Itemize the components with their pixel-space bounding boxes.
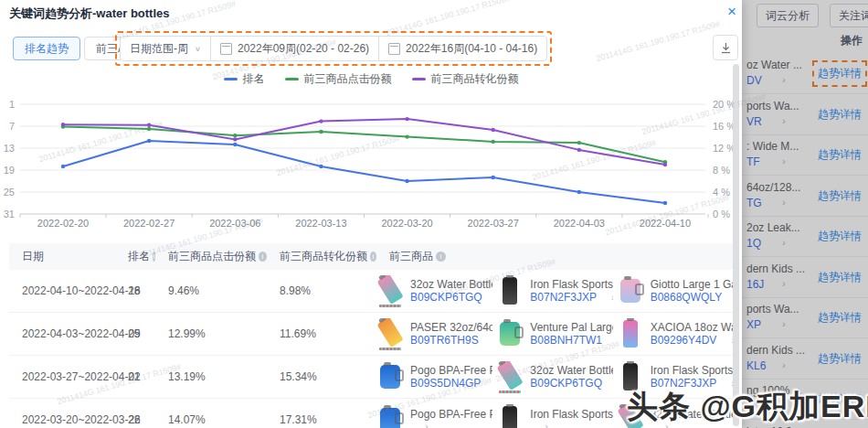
product-image [376, 318, 404, 350]
product-asin-row: B09296Y4DV› [651, 334, 733, 347]
product-info: Pogo BPA-Free Plast...› [410, 408, 492, 428]
svg-text:31: 31 [4, 209, 15, 219]
background-product-name: oz Water ... [746, 59, 802, 71]
background-asin-link[interactable]: DV [746, 74, 762, 87]
close-icon[interactable]: × [724, 4, 740, 20]
click-share-cell: 9.46% [155, 284, 267, 297]
svg-text:2022-04-03: 2022-04-03 [554, 218, 605, 229]
legend-item[interactable]: 排名 [224, 71, 265, 87]
background-asin-link[interactable]: TF [746, 155, 760, 168]
background-asin-link[interactable]: VR [746, 115, 762, 128]
product-asin-row: B08BNH7TW1› [530, 334, 612, 347]
product-card: Pogo BPA-Free Plast...B09S5DN4GP› [376, 361, 492, 393]
table-row: 2022-03-27~2022-04-022113.19%15.34%Pogo … [9, 356, 733, 399]
product-image [496, 406, 524, 428]
download-button[interactable] [713, 35, 738, 60]
product-info: Pogo BPA-Free Plast...B09S5DN4GP› [410, 364, 492, 390]
top3-products-cell: PASER 32oz/64oz/12...B09TR6TH9S›Venture … [376, 315, 733, 354]
product-name: Pogo BPA-Free Plast... [410, 364, 492, 377]
trend-detail-link[interactable]: 趋势详情 [818, 270, 862, 285]
chevron-right-icon[interactable]: › [545, 421, 548, 428]
end-week-value: 2022年16周(04-10 - 04-16) [406, 41, 537, 57]
trend-detail-link[interactable]: 趋势详情 [818, 66, 862, 81]
chevron-right-icon: › [782, 278, 786, 289]
trend-detail-link[interactable]: 趋势详情 [818, 229, 862, 244]
background-asin-link[interactable]: TG [746, 197, 762, 209]
asin-link[interactable]: B0868QWQLY [651, 291, 722, 304]
product-image [376, 408, 404, 428]
product-card: Pogo BPA-Free Plast...› [376, 404, 492, 428]
column-header-label: 前三商品 [389, 249, 433, 264]
svg-text:4 %: 4 % [713, 187, 730, 198]
product-asin-row: B07N2F3JXP› [530, 291, 612, 304]
svg-text:13: 13 [4, 143, 15, 154]
product-info: Iron Flask Sports Wa...B07N2F3JXP› [530, 278, 612, 304]
asin-link[interactable]: B09S5DN4GP [410, 377, 481, 390]
product-info: Iron Flask Sports Wa...› [530, 408, 612, 428]
rank-cell: 21 [115, 370, 155, 383]
color-swatch-strip [379, 348, 401, 350]
info-icon: i [436, 251, 446, 262]
background-asin-link[interactable]: 1Q [746, 237, 761, 250]
product-name: Giotto Large 1 Gallo.. [651, 278, 733, 291]
start-week-input[interactable]: 2022年09周(02-20 - 02-26) [210, 37, 378, 60]
color-swatch-strip [499, 391, 521, 393]
column-header-label: 排名 [128, 249, 150, 264]
svg-text:8 %: 8 % [713, 165, 730, 176]
product-name: Pogo BPA-Free Plast... [410, 408, 492, 421]
chevron-right-icon[interactable]: › [425, 421, 429, 428]
background-asin-link[interactable]: KL6 [746, 359, 766, 372]
product-asin-row: › [530, 421, 612, 428]
trend-detail-link[interactable]: 趋势详情 [818, 188, 862, 204]
end-week-input[interactable]: 2022年16周(04-10 - 04-16) [378, 37, 546, 60]
bottle-image-icon [380, 365, 400, 389]
trend-detail-link[interactable]: 趋势详情 [818, 107, 862, 123]
click-share-cell: 13.19% [155, 370, 267, 383]
conversion-share-cell: 17.31% [267, 413, 376, 426]
chevron-right-icon[interactable]: › [611, 292, 613, 303]
conversion-share-cell: 8.98% [267, 284, 376, 297]
calendar-icon [388, 43, 400, 55]
column-header: 前三商品转化份额i [267, 249, 376, 264]
asin-link[interactable]: B09296Y4DV [651, 334, 717, 347]
product-info: 32oz Water Bottle wi...B09CKP6TGQ› [410, 278, 492, 304]
trend-detail-link[interactable]: 趋势详情 [818, 147, 862, 163]
legend-dash-icon [412, 78, 426, 80]
product-info: Venture Pal Large 1 ...B08BNH7TW1› [530, 321, 612, 347]
modal-scrollbar[interactable] [733, 64, 739, 426]
svg-text:25: 25 [4, 187, 15, 198]
chevron-right-icon: › [782, 74, 786, 85]
product-name: Venture Pal Large 1 ... [530, 321, 612, 334]
bottle-image-icon [503, 406, 517, 428]
product-image [496, 361, 524, 393]
conversion-share-cell: 15.34% [267, 370, 376, 383]
legend-label: 前三商品转化份额 [431, 71, 519, 87]
product-info: Giotto Large 1 Gallo..B0868QWQLY› [651, 278, 733, 304]
legend-dash-icon [285, 78, 299, 80]
info-icon: i [259, 251, 267, 262]
watched-words-button[interactable]: 关注词管理 [830, 4, 868, 27]
asin-link[interactable]: B07N2F3JXP [530, 291, 597, 304]
bottle-image-icon [620, 279, 640, 303]
legend-item[interactable]: 前三商品点击份额 [285, 71, 392, 87]
trend-detail-link[interactable]: 趋势详情 [818, 310, 862, 326]
page: 词云分析 关注词管理 操作 oz Water ...DV›趋势详情ports W… [0, 0, 868, 428]
asin-link[interactable]: B09TR6TH9S [410, 334, 479, 347]
trend-detail-link[interactable]: 趋势详情 [818, 351, 862, 367]
svg-text:2022-02-20: 2022-02-20 [37, 218, 89, 229]
background-table-row: 64oz/128...TG›趋势详情 [742, 176, 868, 217]
tab-rank-trend[interactable]: 排名趋势 [13, 37, 80, 60]
background-asin-link[interactable]: 16J [746, 278, 764, 291]
column-header: 日期 [9, 249, 115, 264]
background-asin-link[interactable]: XP [746, 318, 761, 331]
background-product-name: dern Kids ... [746, 262, 805, 275]
date-granularity-select[interactable]: 日期范围-周 ∨ [121, 37, 210, 60]
column-header: 排名i [115, 249, 155, 264]
chevron-right-icon: › [782, 359, 786, 370]
chevron-down-icon: ∨ [195, 45, 201, 53]
asin-link[interactable]: B09CKP6TGQ [530, 377, 602, 390]
legend-item[interactable]: 前三商品转化份额 [412, 71, 519, 87]
asin-link[interactable]: B08BNH7TW1 [530, 334, 602, 347]
wordcloud-analysis-button[interactable]: 词云分析 [757, 4, 819, 27]
asin-link[interactable]: B09CKP6TGQ [410, 291, 482, 304]
